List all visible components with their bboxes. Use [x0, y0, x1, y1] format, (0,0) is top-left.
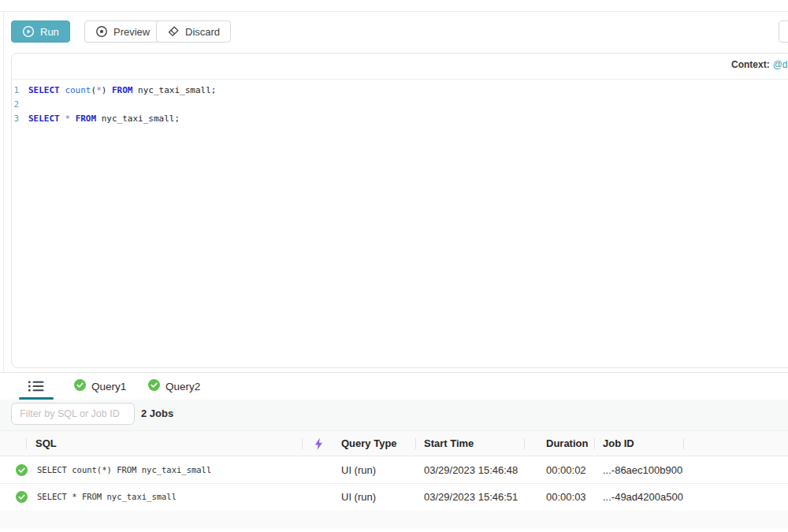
results-divider: [0, 372, 788, 373]
column-separator: [26, 438, 27, 449]
table-row[interactable]: SELECT count(*) FROM nyc_taxi_smallUI (r…: [0, 457, 788, 484]
jobs-table-header: SQL Query Type Start Time Duration Job I…: [0, 430, 788, 456]
context-bar: [12, 54, 788, 80]
tab-job-history[interactable]: [19, 378, 54, 397]
run-button[interactable]: Run: [11, 20, 70, 43]
jobs-rows: SELECT count(*) FROM nyc_taxi_smallUI (r…: [0, 457, 788, 511]
list-icon: [28, 380, 45, 396]
tab-query2-label: Query2: [165, 381, 200, 392]
line-number: 2: [11, 98, 28, 112]
column-header-query-type: Query Type: [341, 431, 397, 456]
left-pane-divider: [3, 11, 4, 372]
cell-sql: SELECT count(*) FROM nyc_taxi_small: [37, 457, 211, 483]
cell-duration: 00:00:02: [546, 457, 586, 483]
column-header-job-id: Job ID: [603, 431, 634, 456]
cell-query-type: UI (run): [341, 457, 376, 483]
cell-duration: 00:00:03: [546, 484, 586, 510]
context-label: Context:@dil: [731, 59, 788, 70]
table-footer-area: [0, 510, 788, 529]
code-text: SELECT count(*) FROM nyc_taxi_small;: [28, 84, 216, 98]
cell-start-time: 03/29/2023 15:46:48: [424, 457, 518, 483]
column-header-sql: SQL: [35, 431, 57, 456]
clipped-toolbar-button[interactable]: [779, 20, 788, 43]
cell-job-id: ...-86aec100b900: [603, 457, 682, 483]
top-divider: [0, 11, 788, 12]
line-number: 3: [11, 112, 28, 126]
discard-button-label: Discard: [185, 26, 220, 38]
cell-start-time: 03/29/2023 15:46:51: [424, 484, 518, 510]
context-link[interactable]: @dil: [773, 59, 788, 70]
discard-button[interactable]: Discard: [156, 20, 231, 43]
play-circle-icon: [22, 25, 35, 38]
cell-sql: SELECT * FROM nyc_taxi_small: [37, 484, 177, 510]
tab-query2[interactable]: Query2: [148, 379, 200, 393]
line-number: 1: [11, 84, 28, 98]
code-line[interactable]: 2: [11, 98, 216, 112]
check-circle-icon: [148, 379, 160, 393]
column-separator: [683, 438, 684, 449]
column-separator: [594, 438, 595, 449]
column-header-duration: Duration: [546, 431, 588, 456]
table-row[interactable]: SELECT * FROM nyc_taxi_smallUI (run)03/2…: [0, 484, 788, 511]
filter-input[interactable]: [11, 403, 135, 425]
check-circle-icon: [74, 379, 86, 393]
preview-button[interactable]: Preview: [84, 20, 161, 43]
lightning-icon: [314, 437, 324, 454]
tab-query1-label: Query1: [91, 381, 126, 392]
eraser-icon: [167, 25, 180, 38]
preview-button-label: Preview: [113, 26, 150, 38]
column-separator: [302, 438, 303, 449]
cell-query-type: UI (run): [341, 484, 376, 510]
sql-console: Run Preview Discard Context:@dil 1SELECT…: [0, 0, 788, 532]
code-line[interactable]: 1SELECT count(*) FROM nyc_taxi_small;: [11, 84, 216, 98]
jobs-count: 2 Jobs: [141, 403, 173, 425]
check-circle-icon: [16, 491, 28, 503]
code-text: SELECT * FROM nyc_taxi_small;: [28, 112, 180, 126]
code-line[interactable]: 3SELECT * FROM nyc_taxi_small;: [11, 112, 216, 126]
eye-icon: [95, 25, 108, 38]
editor-lines[interactable]: 1SELECT count(*) FROM nyc_taxi_small;23S…: [11, 84, 216, 126]
run-button-label: Run: [40, 26, 59, 38]
tab-query1[interactable]: Query1: [74, 379, 126, 393]
cell-job-id: ...-49ad4200a500: [603, 484, 683, 510]
column-separator: [524, 438, 525, 449]
check-circle-icon: [16, 464, 28, 476]
column-header-start-time: Start Time: [424, 431, 474, 456]
column-separator: [415, 438, 416, 449]
